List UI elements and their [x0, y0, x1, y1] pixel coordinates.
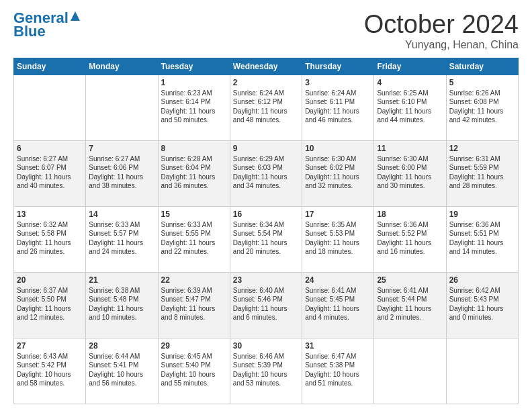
logo-triangle-icon [71, 11, 80, 24]
day-info: Sunrise: 6:41 AM Sunset: 5:44 PM Dayligh… [377, 286, 443, 322]
day-number: 30 [233, 341, 299, 351]
table-row: 2Sunrise: 6:24 AM Sunset: 6:12 PM Daylig… [230, 75, 302, 140]
day-info: Sunrise: 6:29 AM Sunset: 6:03 PM Dayligh… [233, 154, 299, 191]
table-row: 22Sunrise: 6:39 AM Sunset: 5:47 PM Dayli… [158, 272, 230, 338]
day-info: Sunrise: 6:33 AM Sunset: 5:57 PM Dayligh… [89, 220, 154, 257]
table-row: 27Sunrise: 6:43 AM Sunset: 5:42 PM Dayli… [14, 338, 86, 404]
svg-marker-0 [71, 11, 80, 21]
table-row: 31Sunrise: 6:47 AM Sunset: 5:38 PM Dayli… [302, 338, 374, 404]
day-number: 24 [305, 275, 371, 285]
day-number: 10 [305, 144, 371, 153]
day-number: 17 [305, 210, 371, 219]
logo-blue: Blue [13, 24, 46, 39]
day-info: Sunrise: 6:35 AM Sunset: 5:53 PM Dayligh… [305, 220, 371, 257]
day-info: Sunrise: 6:27 AM Sunset: 6:06 PM Dayligh… [89, 154, 154, 191]
col-friday: Friday [374, 58, 446, 75]
day-info: Sunrise: 6:30 AM Sunset: 6:00 PM Dayligh… [377, 154, 443, 191]
calendar-week-row: 6Sunrise: 6:27 AM Sunset: 6:07 PM Daylig… [14, 140, 519, 206]
day-info: Sunrise: 6:39 AM Sunset: 5:47 PM Dayligh… [161, 286, 227, 322]
day-info: Sunrise: 6:24 AM Sunset: 6:12 PM Dayligh… [233, 89, 299, 125]
day-info: Sunrise: 6:42 AM Sunset: 5:43 PM Dayligh… [449, 286, 515, 322]
table-row: 7Sunrise: 6:27 AM Sunset: 6:06 PM Daylig… [86, 140, 158, 206]
table-row: 19Sunrise: 6:36 AM Sunset: 5:51 PM Dayli… [446, 206, 518, 272]
day-info: Sunrise: 6:46 AM Sunset: 5:39 PM Dayligh… [233, 352, 299, 388]
day-info: Sunrise: 6:45 AM Sunset: 5:40 PM Dayligh… [161, 352, 227, 388]
day-info: Sunrise: 6:37 AM Sunset: 5:50 PM Dayligh… [17, 286, 83, 322]
table-row [446, 338, 518, 404]
day-number: 8 [161, 144, 227, 153]
table-row: 6Sunrise: 6:27 AM Sunset: 6:07 PM Daylig… [14, 140, 86, 206]
day-number: 28 [89, 341, 154, 351]
day-info: Sunrise: 6:27 AM Sunset: 6:07 PM Dayligh… [17, 154, 83, 191]
table-row: 30Sunrise: 6:46 AM Sunset: 5:39 PM Dayli… [230, 338, 302, 404]
day-info: Sunrise: 6:31 AM Sunset: 5:59 PM Dayligh… [449, 154, 515, 191]
day-number: 14 [89, 210, 154, 219]
day-number: 23 [233, 275, 299, 285]
day-info: Sunrise: 6:32 AM Sunset: 5:58 PM Dayligh… [17, 220, 83, 257]
day-info: Sunrise: 6:34 AM Sunset: 5:54 PM Dayligh… [233, 220, 299, 257]
day-number: 7 [89, 144, 154, 153]
table-row [14, 75, 86, 140]
col-saturday: Saturday [446, 58, 518, 75]
table-row: 14Sunrise: 6:33 AM Sunset: 5:57 PM Dayli… [86, 206, 158, 272]
day-number: 12 [449, 144, 515, 153]
table-row: 15Sunrise: 6:33 AM Sunset: 5:55 PM Dayli… [158, 206, 230, 272]
table-row: 12Sunrise: 6:31 AM Sunset: 5:59 PM Dayli… [446, 140, 518, 206]
day-info: Sunrise: 6:24 AM Sunset: 6:11 PM Dayligh… [305, 89, 371, 125]
table-row: 5Sunrise: 6:26 AM Sunset: 6:08 PM Daylig… [446, 75, 518, 140]
table-row: 9Sunrise: 6:29 AM Sunset: 6:03 PM Daylig… [230, 140, 302, 206]
day-info: Sunrise: 6:30 AM Sunset: 6:02 PM Dayligh… [305, 154, 371, 191]
table-row: 24Sunrise: 6:41 AM Sunset: 5:45 PM Dayli… [302, 272, 374, 338]
calendar-header-row: Sunday Monday Tuesday Wednesday Thursday… [14, 58, 519, 75]
day-number: 26 [449, 275, 515, 285]
table-row: 4Sunrise: 6:25 AM Sunset: 6:10 PM Daylig… [374, 75, 446, 140]
day-number: 5 [449, 78, 515, 87]
page: General Blue October 2024 Yunyang, Henan… [0, 0, 532, 411]
table-row: 18Sunrise: 6:36 AM Sunset: 5:52 PM Dayli… [374, 206, 446, 272]
day-info: Sunrise: 6:43 AM Sunset: 5:42 PM Dayligh… [17, 352, 83, 388]
table-row: 21Sunrise: 6:38 AM Sunset: 5:48 PM Dayli… [86, 272, 158, 338]
table-row: 23Sunrise: 6:40 AM Sunset: 5:46 PM Dayli… [230, 272, 302, 338]
day-number: 20 [17, 275, 83, 285]
table-row: 29Sunrise: 6:45 AM Sunset: 5:40 PM Dayli… [158, 338, 230, 404]
day-info: Sunrise: 6:47 AM Sunset: 5:38 PM Dayligh… [305, 352, 371, 388]
day-number: 22 [161, 275, 227, 285]
table-row: 11Sunrise: 6:30 AM Sunset: 6:00 PM Dayli… [374, 140, 446, 206]
day-number: 4 [377, 78, 443, 87]
table-row: 17Sunrise: 6:35 AM Sunset: 5:53 PM Dayli… [302, 206, 374, 272]
day-info: Sunrise: 6:26 AM Sunset: 6:08 PM Dayligh… [449, 89, 515, 125]
calendar: Sunday Monday Tuesday Wednesday Thursday… [13, 58, 519, 404]
day-info: Sunrise: 6:23 AM Sunset: 6:14 PM Dayligh… [161, 89, 227, 125]
table-row [374, 338, 446, 404]
table-row [86, 75, 158, 140]
day-number: 21 [89, 275, 154, 285]
day-number: 27 [17, 341, 83, 351]
day-number: 11 [377, 144, 443, 153]
calendar-week-row: 27Sunrise: 6:43 AM Sunset: 5:42 PM Dayli… [14, 338, 519, 404]
day-info: Sunrise: 6:33 AM Sunset: 5:55 PM Dayligh… [161, 220, 227, 257]
col-tuesday: Tuesday [158, 58, 230, 75]
month-title: October 2024 [364, 11, 519, 39]
col-sunday: Sunday [14, 58, 86, 75]
calendar-week-row: 20Sunrise: 6:37 AM Sunset: 5:50 PM Dayli… [14, 272, 519, 338]
table-row: 25Sunrise: 6:41 AM Sunset: 5:44 PM Dayli… [374, 272, 446, 338]
location-title: Yunyang, Henan, China [364, 39, 519, 51]
day-number: 13 [17, 210, 83, 219]
table-row: 8Sunrise: 6:28 AM Sunset: 6:04 PM Daylig… [158, 140, 230, 206]
day-number: 29 [161, 341, 227, 351]
table-row: 13Sunrise: 6:32 AM Sunset: 5:58 PM Dayli… [14, 206, 86, 272]
col-monday: Monday [86, 58, 158, 75]
day-number: 2 [233, 78, 299, 87]
day-info: Sunrise: 6:40 AM Sunset: 5:46 PM Dayligh… [233, 286, 299, 322]
day-number: 18 [377, 210, 443, 219]
logo: General Blue [13, 11, 80, 39]
col-thursday: Thursday [302, 58, 374, 75]
day-number: 31 [305, 341, 371, 351]
table-row: 1Sunrise: 6:23 AM Sunset: 6:14 PM Daylig… [158, 75, 230, 140]
table-row: 16Sunrise: 6:34 AM Sunset: 5:54 PM Dayli… [230, 206, 302, 272]
header: General Blue October 2024 Yunyang, Henan… [13, 11, 519, 51]
table-row: 26Sunrise: 6:42 AM Sunset: 5:43 PM Dayli… [446, 272, 518, 338]
table-row: 28Sunrise: 6:44 AM Sunset: 5:41 PM Dayli… [86, 338, 158, 404]
day-info: Sunrise: 6:41 AM Sunset: 5:45 PM Dayligh… [305, 286, 371, 322]
day-number: 6 [17, 144, 83, 153]
